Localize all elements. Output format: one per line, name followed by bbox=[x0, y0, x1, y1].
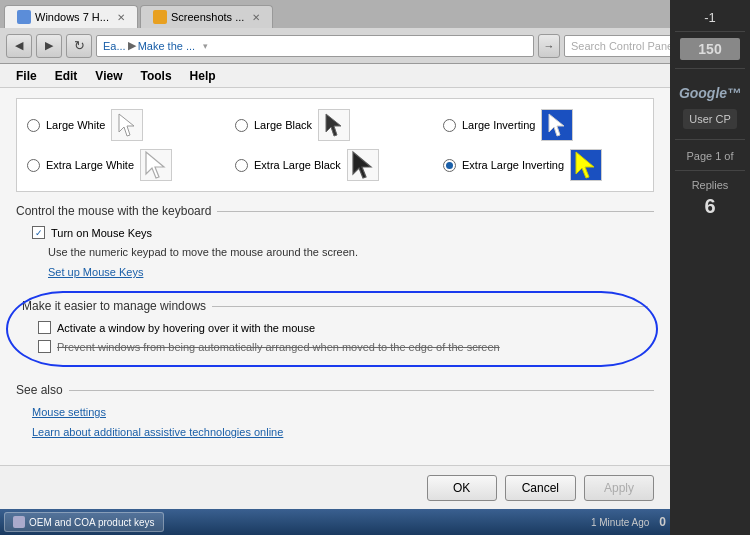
cancel-button[interactable]: Cancel bbox=[505, 475, 576, 501]
cursor-grid: Large White Large Black bbox=[27, 109, 643, 181]
tab-icon-screenshots bbox=[153, 10, 167, 24]
browser-toolbar: ◀ ▶ ↻ Ea... ▶ Make the ... ▾ → Search Co… bbox=[0, 28, 750, 64]
cursor-img-large-black bbox=[318, 109, 350, 141]
see-also-section: See also Mouse settings Learn about addi… bbox=[16, 383, 654, 439]
sidebar-150: 150 bbox=[698, 41, 721, 57]
user-cp-button[interactable]: User CP bbox=[683, 109, 737, 129]
tab-label-screenshots: Screenshots ... bbox=[171, 11, 244, 23]
activate-window-label: Activate a window by hovering over it wi… bbox=[57, 322, 315, 334]
mouse-keys-checkbox-label: Turn on Mouse Keys bbox=[51, 227, 152, 239]
menu-view[interactable]: View bbox=[87, 67, 130, 85]
taskbar-num: 0 bbox=[659, 515, 666, 529]
address-sep1: ▶ bbox=[128, 39, 136, 52]
see-also-line bbox=[69, 390, 654, 391]
activate-window-checkbox[interactable] bbox=[38, 321, 51, 334]
cursor-section: Large White Large Black bbox=[16, 98, 654, 192]
tab-windows7[interactable]: Windows 7 H... ✕ bbox=[4, 5, 138, 28]
taskbar-right: 1 Minute Ago 0 bbox=[591, 515, 666, 529]
mouse-keys-description: Use the numeric keypad to move the mouse… bbox=[48, 246, 358, 258]
tab-label-windows7: Windows 7 H... bbox=[35, 11, 109, 23]
browser-background: Windows 7 H... ✕ Screenshots ... ✕ ◀ ▶ ↻… bbox=[0, 0, 750, 535]
window-content: Large White Large Black bbox=[0, 88, 670, 509]
see-also-links: Mouse settings Learn about additional as… bbox=[16, 405, 654, 439]
prevent-arrange-checkbox[interactable] bbox=[38, 340, 51, 353]
cursor-label-extra-large-black: Extra Large Black bbox=[254, 159, 341, 171]
replies-count: 6 bbox=[704, 195, 715, 218]
address-parts: Ea... ▶ Make the ... ▾ bbox=[103, 39, 208, 52]
cursor-option-large-black[interactable]: Large Black bbox=[235, 109, 435, 141]
cursor-label-large-white: Large White bbox=[46, 119, 105, 131]
cursor-label-extra-large-inverting: Extra Large Inverting bbox=[462, 159, 564, 171]
sidebar-divider-top bbox=[675, 31, 745, 32]
apply-button[interactable]: Apply bbox=[584, 475, 654, 501]
cursor-label-large-inverting: Large Inverting bbox=[462, 119, 535, 131]
radio-large-inverting[interactable] bbox=[443, 119, 456, 132]
manage-section-line bbox=[212, 306, 648, 307]
svg-marker-4 bbox=[353, 152, 371, 178]
tab-bar: Windows 7 H... ✕ Screenshots ... ✕ bbox=[0, 0, 750, 28]
sidebar-num: -1 bbox=[704, 10, 716, 25]
setup-mouse-keys-link[interactable]: Set up Mouse Keys bbox=[48, 266, 143, 278]
mouse-keys-checkbox[interactable] bbox=[32, 226, 45, 239]
search-placeholder: Search Control Panel bbox=[571, 40, 676, 52]
address-ea: Ea... bbox=[103, 40, 126, 52]
sidebar-divider-3 bbox=[675, 139, 745, 140]
taskbar-item-1[interactable]: OEM and COA product keys bbox=[4, 512, 164, 532]
prevent-arrange-row[interactable]: Prevent windows from being automatically… bbox=[22, 340, 648, 353]
setup-link-area: Set up Mouse Keys bbox=[16, 265, 654, 279]
cursor-img-extra-large-inverting bbox=[570, 149, 602, 181]
radio-extra-large-inverting[interactable] bbox=[443, 159, 456, 172]
cursor-option-large-inverting[interactable]: Large Inverting bbox=[443, 109, 643, 141]
radio-extra-large-white[interactable] bbox=[27, 159, 40, 172]
cursor-label-extra-large-white: Extra Large White bbox=[46, 159, 134, 171]
cursor-img-extra-large-black bbox=[347, 149, 379, 181]
activate-window-row[interactable]: Activate a window by hovering over it wi… bbox=[22, 321, 648, 334]
menu-help[interactable]: Help bbox=[182, 67, 224, 85]
back-button[interactable]: ◀ bbox=[6, 34, 32, 58]
go-button[interactable]: → bbox=[538, 34, 560, 58]
cp-content: Large White Large Black bbox=[0, 88, 670, 449]
sidebar-divider-4 bbox=[675, 170, 745, 171]
tab-close-windows7[interactable]: ✕ bbox=[117, 12, 125, 23]
page-of-label: Page 1 of bbox=[686, 150, 733, 162]
mouse-keys-section: Control the mouse with the keyboard Turn… bbox=[16, 204, 654, 279]
mouse-settings-link[interactable]: Mouse settings bbox=[32, 406, 106, 418]
tab-close-screenshots[interactable]: ✕ bbox=[252, 12, 260, 23]
see-also-title: See also bbox=[16, 383, 654, 397]
cursor-img-large-inverting bbox=[541, 109, 573, 141]
section-line bbox=[217, 211, 654, 212]
right-sidebar: -1 150 Google™ User CP Page 1 of Replies… bbox=[670, 0, 750, 535]
radio-extra-large-black[interactable] bbox=[235, 159, 248, 172]
svg-marker-5 bbox=[576, 152, 594, 178]
svg-marker-0 bbox=[119, 114, 134, 136]
menu-bar: File Edit View Tools Help bbox=[0, 64, 750, 88]
svg-marker-1 bbox=[326, 114, 341, 136]
sidebar-divider-2 bbox=[675, 68, 745, 69]
taskbar-time: 1 Minute Ago bbox=[591, 517, 649, 528]
assistive-tech-link[interactable]: Learn about additional assistive technol… bbox=[32, 426, 283, 438]
cursor-option-extra-large-white[interactable]: Extra Large White bbox=[27, 149, 227, 181]
svg-marker-3 bbox=[146, 152, 164, 178]
menu-file[interactable]: File bbox=[8, 67, 45, 85]
tab-screenshots[interactable]: Screenshots ... ✕ bbox=[140, 5, 273, 28]
cursor-option-extra-large-inverting[interactable]: Extra Large Inverting bbox=[443, 149, 643, 181]
refresh-button[interactable]: ↻ bbox=[66, 34, 92, 58]
ok-button[interactable]: OK bbox=[427, 475, 497, 501]
taskbar: OEM and COA product keys 1 Minute Ago 0 bbox=[0, 509, 670, 535]
cursor-option-extra-large-black[interactable]: Extra Large Black bbox=[235, 149, 435, 181]
menu-tools[interactable]: Tools bbox=[132, 67, 179, 85]
address-bar[interactable]: Ea... ▶ Make the ... ▾ bbox=[96, 35, 534, 57]
manage-windows-outer: Make it easier to manage windows Activat… bbox=[16, 291, 654, 367]
mouse-keys-checkbox-row[interactable]: Turn on Mouse Keys bbox=[16, 226, 654, 239]
radio-large-black[interactable] bbox=[235, 119, 248, 132]
taskbar-item-label: OEM and COA product keys bbox=[29, 517, 155, 528]
forward-button[interactable]: ▶ bbox=[36, 34, 62, 58]
prevent-arrange-label: Prevent windows from being automatically… bbox=[57, 341, 500, 353]
svg-marker-2 bbox=[549, 114, 564, 136]
cursor-option-large-white[interactable]: Large White bbox=[27, 109, 227, 141]
cursor-img-extra-large-white bbox=[140, 149, 172, 181]
mouse-keys-title: Control the mouse with the keyboard bbox=[16, 204, 654, 218]
bottom-buttons-bar: OK Cancel Apply bbox=[0, 465, 670, 509]
radio-large-white[interactable] bbox=[27, 119, 40, 132]
menu-edit[interactable]: Edit bbox=[47, 67, 86, 85]
